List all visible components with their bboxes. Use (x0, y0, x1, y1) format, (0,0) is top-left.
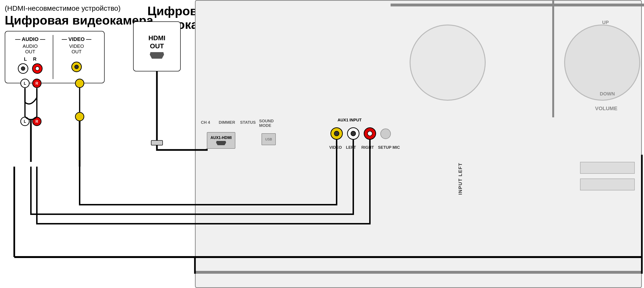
hdmi-device-box: HDMIOUT (133, 22, 181, 71)
device-video-rca (330, 127, 343, 140)
video-inner (74, 65, 79, 69)
status-label: STATUS (240, 120, 256, 125)
right-slot-bottom (580, 178, 635, 190)
svg-point-14 (75, 112, 84, 121)
video-dash-label: — VIDEO — (60, 36, 93, 42)
ch4-label: CH 4 (201, 120, 210, 125)
audio-r-connector (32, 63, 42, 74)
audio-section: — AUDIO — AUDIOOUT L R (10, 36, 50, 74)
r-label: R (33, 56, 36, 62)
setup-mic-button[interactable] (380, 129, 391, 139)
usb-port-box: USB (262, 133, 276, 145)
sound-mode-label: SOUNDMODE (259, 119, 274, 128)
left-camera-label: Цифровая видеокамера (5, 13, 153, 27)
aux1-input-label: AUX1 INPUT (338, 118, 362, 123)
volume-down-label: DOWN (600, 91, 615, 97)
volume-knob-large[interactable] (564, 25, 640, 101)
usb-icon: USB (265, 137, 272, 141)
video-connector (71, 62, 82, 72)
volume-up-label: UP (602, 20, 609, 25)
video-conn-label: VIDEO (329, 145, 342, 150)
audio-connectors (10, 63, 50, 74)
device-right-rca-inner (367, 131, 372, 136)
right-slot-top (580, 162, 635, 174)
hdmi-port-icon (150, 52, 164, 59)
video-section: — VIDEO — VIDEOOUT (60, 36, 93, 72)
dimmer-label: DIMMER (219, 120, 235, 125)
aux1-hdmi-box: AUX1-HDMI (207, 132, 235, 149)
audio-r-inner (35, 66, 40, 71)
hdmi-out-label: HDMIOUT (148, 34, 166, 50)
hdmi-incompatible-label: (HDMI-несовместимое устройство) (5, 4, 120, 12)
l-label: L (24, 56, 27, 62)
left-device-box: — AUDIO — AUDIOOUT L R — VIDEO — VIDEOOU… (5, 31, 104, 83)
input-left-text: INPUT LEFT (458, 163, 463, 195)
svg-point-8 (32, 117, 41, 126)
svg-rect-18 (151, 140, 162, 145)
aux1-hdmi-port (216, 141, 226, 145)
device-left-rca-inner (351, 131, 356, 136)
device-left-rca (347, 127, 360, 140)
volume-knob-small (410, 25, 486, 101)
right-conn-label: RIGHT (361, 145, 374, 150)
audio-l-inner (21, 66, 25, 71)
svg-point-6 (21, 117, 29, 126)
device-video-rca-inner (334, 131, 339, 136)
bottom-bar (195, 271, 642, 274)
svg-text:L: L (24, 120, 26, 124)
setup-mic-label: SETUP MIC (378, 145, 400, 150)
aux1-hdmi-label: AUX1-HDMI (211, 136, 232, 140)
video-out-label: VIDEOOUT (60, 44, 93, 55)
device-right-rca (364, 127, 376, 140)
section-divider (53, 35, 53, 79)
audio-l-connector (18, 63, 28, 74)
volume-label: VOLUME (595, 105, 617, 112)
video-connectors (60, 62, 93, 72)
audio-out-label: AUDIOOUT (10, 44, 50, 55)
audio-dash-label: — AUDIO — (10, 36, 50, 42)
diagram-container: (HDMI-несовместимое устройство) Цифровая… (0, 0, 644, 288)
vertical-divider (552, 1, 554, 117)
left-conn-label: LEFT (346, 145, 356, 150)
top-bar (390, 4, 644, 7)
lr-label-row: L R (10, 56, 50, 62)
svg-text:R: R (36, 120, 38, 124)
